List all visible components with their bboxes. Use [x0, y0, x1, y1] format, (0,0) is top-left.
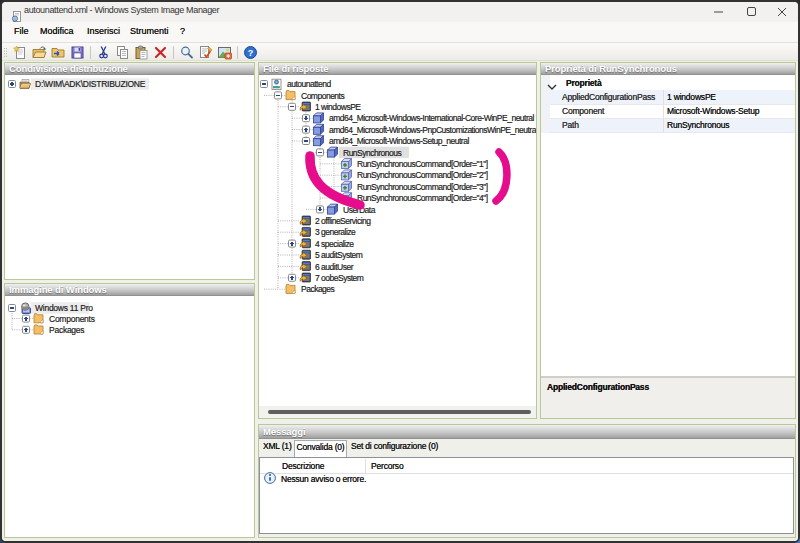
- svg-text:Components: Components: [49, 314, 95, 324]
- svg-text:?: ?: [248, 48, 254, 58]
- svg-text:Windows 11 Pro: Windows 11 Pro: [35, 303, 93, 313]
- svg-text:Packages: Packages: [49, 325, 84, 335]
- svg-text:D:\WIM\ADK\DISTRIBUZIONE: D:\WIM\ADK\DISTRIBUZIONE: [35, 79, 146, 89]
